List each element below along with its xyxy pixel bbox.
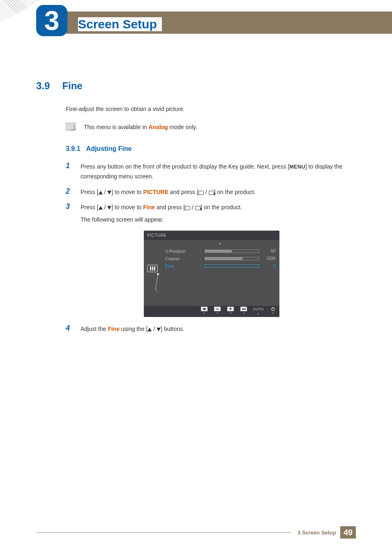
chapter-number-badge: 3 bbox=[36, 5, 67, 36]
power-icon bbox=[271, 307, 275, 311]
svg-rect-3 bbox=[230, 308, 231, 310]
note-prefix: This menu is available in bbox=[84, 124, 148, 130]
osd-title: PICTURE bbox=[144, 231, 279, 240]
keyword-fine: Fine bbox=[143, 204, 155, 210]
step-2: 2 Press [ / ] to move to PICTURE and pre… bbox=[66, 187, 357, 197]
step-body: Press [ / ] to move to Fine and press [ … bbox=[81, 203, 357, 225]
step-3: 3 Press [ / ] to move to Fine and press … bbox=[66, 203, 357, 225]
step-number: 1 bbox=[66, 162, 73, 182]
osd-slider-active bbox=[205, 264, 259, 268]
footer-chapter-label: 3 Screen Setup bbox=[291, 530, 340, 536]
intro-text: Fine-adjust the screen to obtain a vivid… bbox=[66, 105, 357, 113]
osd-icon-column bbox=[144, 240, 161, 306]
osd-slider bbox=[205, 250, 259, 253]
osd-row-coarse: Coarse : 1936 bbox=[165, 255, 275, 262]
svg-rect-5 bbox=[272, 307, 273, 309]
note-suffix: mode only. bbox=[168, 124, 197, 130]
page-number: 49 bbox=[340, 526, 356, 539]
note-text: This menu is available in Analog mode on… bbox=[84, 123, 197, 132]
osd-footer-enter: ▼ bbox=[240, 307, 248, 317]
step2-d: ] on the product. bbox=[214, 189, 256, 195]
step4-a: Adjust the bbox=[81, 326, 108, 332]
osd-footer-auto: AUTO ▼ bbox=[253, 307, 264, 317]
step2-c: and press [ bbox=[168, 189, 198, 195]
osd-body: ▲ V-Position : 50 Coarse : 1936 Fin bbox=[144, 240, 279, 306]
step-body: Press any button on the front of the pro… bbox=[81, 162, 357, 182]
osd-slider-fill bbox=[205, 250, 232, 252]
step3-b: ] to move to bbox=[111, 204, 143, 210]
osd-row-vposition: V-Position : 50 bbox=[165, 247, 275, 255]
triangle-down-icon bbox=[107, 206, 111, 210]
osd-row-fine: Fine : 0 bbox=[165, 262, 275, 270]
osd-slider bbox=[205, 257, 259, 260]
step4-b: using the [ bbox=[120, 326, 148, 332]
osd-figure: PICTURE ▲ V-Position : 50 Coarse bbox=[144, 231, 279, 317]
step3-extra: The following screen will appear. bbox=[81, 215, 357, 225]
page-footer: 3 Screen Setup 49 bbox=[36, 526, 356, 539]
note-icon bbox=[66, 123, 76, 131]
osd-menu: PICTURE ▲ V-Position : 50 Coarse bbox=[144, 231, 279, 317]
step1-text-a: Press any button on the front of the pro… bbox=[81, 163, 289, 170]
subsection-number: 3.9.1 bbox=[66, 145, 81, 152]
osd-footer: ▼ ▼ ▼ ▼ bbox=[144, 306, 279, 317]
osd-slider-fill bbox=[205, 257, 242, 260]
osd-colon: : bbox=[200, 263, 202, 270]
step-4: 4 Adjust the Fine using the [ / ] button… bbox=[66, 324, 357, 334]
note-mode: Analog bbox=[148, 124, 168, 130]
source-icon bbox=[195, 206, 201, 210]
subsection-heading: 3.9.1Adjusting Fine bbox=[66, 144, 357, 154]
osd-label: Coarse bbox=[165, 255, 197, 262]
subsection-title: Adjusting Fine bbox=[86, 145, 132, 152]
osd-value: 50 bbox=[261, 248, 275, 254]
enter-icon bbox=[240, 307, 247, 311]
minus-icon bbox=[214, 307, 221, 311]
svg-rect-1 bbox=[216, 309, 219, 310]
note-row: This menu is available in Analog mode on… bbox=[66, 123, 357, 132]
triangle-down-icon bbox=[107, 191, 111, 194]
osd-scroll-up-icon: ▲ bbox=[165, 240, 275, 247]
triangle-up-icon bbox=[148, 328, 152, 331]
body-content: Fine-adjust the screen to obtain a vivid… bbox=[66, 105, 357, 340]
osd-main: ▲ V-Position : 50 Coarse : 1936 Fin bbox=[161, 240, 279, 306]
step-body: Adjust the Fine using the [ / ] buttons. bbox=[81, 324, 357, 334]
rect-icon bbox=[185, 206, 190, 210]
osd-footer-power: ▼ bbox=[269, 307, 277, 317]
osd-value: 1936 bbox=[261, 255, 275, 261]
section-number: 3.9 bbox=[36, 80, 50, 91]
step2-b: ] to move to bbox=[111, 189, 143, 195]
keyword-fine: Fine bbox=[108, 326, 120, 332]
chapter-title: Screen Setup bbox=[78, 17, 162, 31]
back-icon bbox=[201, 307, 208, 311]
menu-button-label: MENU bbox=[289, 164, 305, 170]
keyword-picture: PICTURE bbox=[143, 189, 168, 195]
step4-c: ] buttons. bbox=[161, 326, 184, 332]
step-number: 3 bbox=[66, 203, 73, 225]
section-title: Fine bbox=[62, 80, 82, 91]
triangle-down-icon bbox=[157, 328, 161, 331]
auto-label: AUTO bbox=[253, 307, 264, 312]
svg-marker-0 bbox=[203, 308, 206, 310]
step2-a: Press [ bbox=[81, 189, 99, 195]
osd-colon: : bbox=[200, 248, 202, 255]
picture-category-icon bbox=[147, 265, 158, 272]
step3-c: and press [ bbox=[155, 204, 185, 210]
step3-d: ] on the product. bbox=[201, 204, 242, 210]
step3-a: Press [ bbox=[81, 204, 99, 210]
triangle-up-icon bbox=[99, 191, 103, 194]
triangle-up-icon bbox=[99, 206, 103, 210]
osd-label-active: Fine bbox=[165, 263, 197, 270]
osd-footer-plus: ▼ bbox=[226, 307, 235, 317]
osd-label: V-Position bbox=[165, 248, 197, 255]
osd-colon: : bbox=[200, 255, 202, 262]
section-heading: 3.9Fine bbox=[36, 80, 83, 92]
plus-icon bbox=[227, 307, 234, 311]
footer-rule bbox=[36, 532, 291, 533]
step-1: 1 Press any button on the front of the p… bbox=[66, 162, 357, 182]
osd-value-active: 0 bbox=[261, 263, 275, 269]
step-number: 4 bbox=[66, 324, 73, 334]
osd-footer-minus: ▼ bbox=[213, 307, 221, 317]
source-icon bbox=[209, 191, 214, 195]
osd-footer-back: ▼ bbox=[200, 307, 208, 317]
rect-icon bbox=[198, 191, 204, 195]
step-number: 2 bbox=[66, 187, 73, 197]
